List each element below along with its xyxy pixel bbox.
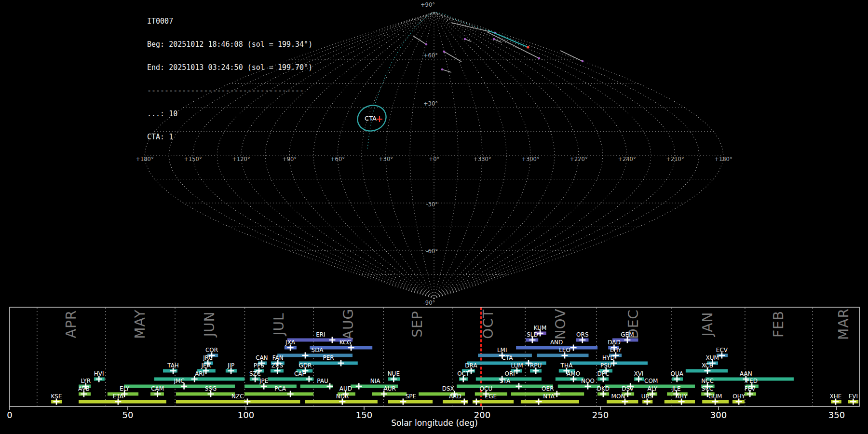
- x-tick-label-50: 50: [122, 410, 134, 420]
- shower-label-TAH: TAH: [167, 362, 179, 369]
- shower-label-CAP: CAP: [294, 370, 306, 377]
- peak-marker-ARD: [461, 399, 467, 405]
- shower-label-JPE: JPE: [259, 378, 268, 384]
- shower-label-NZC: NZC: [231, 393, 244, 400]
- shower-label-QUA: QUA: [671, 370, 684, 377]
- shower-label-PER: PER: [323, 354, 334, 361]
- shower-bar-PCA: [244, 393, 313, 396]
- shower-label-NTA: NTA: [543, 393, 555, 400]
- shower-label-CAM: CAM: [151, 385, 164, 392]
- peak-marker-ERI: [329, 337, 335, 343]
- shower-label-NCC: NCC: [701, 378, 714, 384]
- meteor-trail: [494, 39, 502, 42]
- cta-radiant-cross-icon: [377, 116, 382, 122]
- peak-marker-AND: [570, 345, 577, 351]
- meteor-trail: [487, 32, 539, 58]
- shower-label-GUM: GUM: [708, 393, 722, 400]
- station-id: IT0007: [147, 17, 312, 25]
- equator-longitude-label: +60°: [330, 156, 345, 163]
- equator-longitude-label: +330°: [473, 156, 491, 163]
- shower-bar-NZC: [176, 400, 300, 404]
- month-label-aug: AUG: [340, 309, 356, 339]
- equator-longitude-label: +180°: [714, 156, 732, 163]
- shower-label-XCB: XCB: [702, 362, 713, 369]
- shower-label-JMC: JMC: [173, 378, 184, 384]
- shower-label-SSG: SSG: [205, 385, 217, 392]
- shower-label-DSX: DSX: [442, 385, 454, 392]
- shower-label-URS: URS: [641, 393, 653, 400]
- meridian-line: [434, 12, 651, 298]
- shower-label-JEA: JEA: [201, 362, 211, 369]
- shower-label-ECV: ECV: [716, 347, 728, 353]
- shower-bar-AUR: [372, 393, 407, 396]
- peak-marker-PER: [338, 360, 344, 366]
- shower-label-ORI: ORI: [505, 370, 515, 377]
- latitude-label: +30°: [423, 100, 438, 107]
- meteor-endpoint-dot: [493, 38, 495, 41]
- meridian-line: [434, 12, 675, 298]
- shower-label-LMI: LMI: [497, 347, 507, 353]
- meteor-endpoint-dot: [443, 51, 446, 53]
- meridian-line: [434, 12, 555, 298]
- shower-label-CAN: CAN: [256, 354, 268, 361]
- latitude-label: +90°: [420, 1, 435, 8]
- meteor-trail: [413, 36, 426, 44]
- shower-label-NDA: NDA: [336, 393, 349, 400]
- meteor-trail: [560, 51, 583, 61]
- shower-label-ETA: ETA: [113, 393, 124, 400]
- shower-label-EHY: EHY: [610, 347, 622, 353]
- shower-label-GDR: GDR: [299, 362, 312, 369]
- shower-label-PAU: PAU: [317, 378, 328, 384]
- observation-header: IT0007 Beg: 20251012 18:46:08 (sol = 199…: [147, 2, 312, 156]
- equator-longitude-label: +270°: [570, 156, 587, 163]
- shower-label-AUR: AUR: [384, 385, 396, 392]
- shower-label-FEV: FEV: [745, 385, 756, 392]
- peak-marker-NZC: [244, 399, 250, 405]
- shower-label-AUD: AUD: [339, 385, 352, 392]
- shower-label-XVI: XVI: [634, 370, 643, 377]
- shower-label-NIA: NIA: [370, 378, 381, 384]
- shower-label-OHY: OHY: [732, 393, 745, 400]
- shower-label-DSV: DSV: [622, 385, 634, 392]
- header-separator: ------------------------------------: [147, 87, 312, 95]
- shower-label-JRC: JRC: [203, 354, 213, 361]
- shower-label-FAN: FAN: [272, 354, 284, 361]
- equator-longitude-label: +210°: [666, 156, 684, 163]
- meteor-endpoint-dot: [538, 57, 541, 60]
- x-tick-label-250: 250: [592, 410, 609, 420]
- shower-label-OCU: OCU: [479, 385, 492, 392]
- shower-bar-ARI: [154, 378, 244, 381]
- cta-great-circle: [367, 12, 488, 149]
- shower-bar-AND: [516, 346, 597, 350]
- shower-label-FED: FED: [746, 378, 758, 384]
- peak-marker-STA: [516, 383, 522, 390]
- shower-label-MON: MON: [611, 393, 625, 400]
- month-label-sep: SEP: [409, 311, 425, 337]
- equator-longitude-label: +300°: [521, 156, 539, 163]
- shower-label-DKD: DKD: [597, 385, 610, 392]
- month-label-mar: MAR: [836, 308, 852, 340]
- shower-label-JLE: JLE: [672, 385, 681, 392]
- shower-label-ERI: ERI: [316, 331, 325, 338]
- shower-label-COM: COM: [644, 378, 658, 384]
- shower-bar-SSG: [176, 393, 235, 396]
- plot-canvas: +180°+150°+120°+90°+60°+30°+0°+330°+300°…: [0, 0, 868, 434]
- shower-label-KCG: KCG: [339, 339, 352, 346]
- shower-label-CTA: CTA: [502, 354, 514, 361]
- shower-label-AVB: AVB: [78, 385, 90, 392]
- meteor-trail: [444, 52, 461, 62]
- shower-label-LUM: LUM: [511, 362, 523, 369]
- equator-longitude-label: +0°: [429, 156, 440, 163]
- equator-longitude-label: +180°: [136, 156, 153, 163]
- peak-marker-CAP: [306, 376, 312, 382]
- shower-label-LEO: LEO: [559, 347, 570, 353]
- shower-label-XUM: XUM: [706, 354, 719, 361]
- month-label-jul: JUL: [271, 312, 287, 336]
- shower-label-COR: COR: [205, 347, 218, 353]
- month-label-jun: JUN: [202, 312, 217, 338]
- shower-bar-JPE: [244, 385, 297, 388]
- meteor-endpoint-dot: [582, 60, 584, 63]
- begin-time-line: Beg: 20251012 18:46:08 (sol = 199.34°): [147, 41, 312, 48]
- shower-label-JXA: JXA: [285, 339, 296, 346]
- shower-label-ZCS: ZCS: [271, 362, 283, 369]
